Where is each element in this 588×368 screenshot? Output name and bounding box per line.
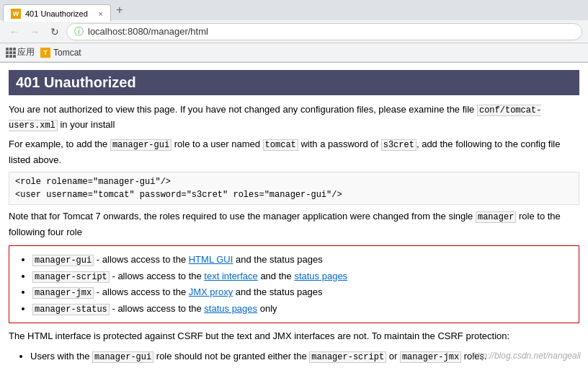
code-line1: <role rolename="manager-gui"/> bbox=[15, 175, 573, 188]
csrf-1-code3: manager-jmx bbox=[400, 351, 461, 363]
role-desc-2: - allows access to the bbox=[112, 271, 204, 281]
para2-role: manager-gui bbox=[110, 139, 172, 151]
watermark: http://blog.csdn.net/nangeali bbox=[473, 351, 581, 361]
tab-bar: W 401 Unauthorized × + bbox=[0, 0, 588, 20]
role-desc-4: - allows access to the bbox=[112, 303, 204, 314]
tomcat-label: Tomcat bbox=[53, 48, 81, 58]
role-name-3: manager-jmx bbox=[32, 287, 94, 299]
csrf-para: The HTML interface is protected against … bbox=[9, 329, 579, 344]
para1: You are not authorized to view this page… bbox=[9, 102, 579, 133]
new-tab-button[interactable]: + bbox=[111, 1, 128, 19]
tomcat-bookmark[interactable]: T Tomcat bbox=[40, 48, 81, 58]
apps-icon bbox=[6, 48, 16, 58]
code-line2: <user username="tomcat" password="s3cret… bbox=[15, 188, 573, 201]
error-header: 401 Unauthorized bbox=[9, 70, 579, 95]
refresh-button[interactable]: ↻ bbox=[46, 23, 63, 40]
roles-list: manager-gui - allows access to the HTML … bbox=[18, 252, 570, 317]
tab-close-button[interactable]: × bbox=[99, 9, 103, 18]
browser-chrome: W 401 Unauthorized × + ← → ↻ ⓘ localhost… bbox=[0, 0, 588, 63]
tab-title: 401 Unauthorized bbox=[25, 9, 94, 18]
apps-label: 应用 bbox=[17, 46, 35, 58]
role-link-4[interactable]: status pages bbox=[204, 303, 257, 314]
role-desc-3: - allows access to the bbox=[97, 286, 189, 297]
csrf-1-mid2: or bbox=[386, 351, 400, 362]
tomcat-favicon: T bbox=[40, 48, 50, 58]
para2-middle2: with a password of bbox=[298, 139, 381, 149]
forward-icon: → bbox=[30, 26, 40, 38]
back-button[interactable]: ← bbox=[6, 23, 23, 40]
address-text: localhost:8080/manager/html bbox=[88, 26, 208, 37]
back-icon: ← bbox=[9, 26, 19, 38]
tab-favicon: W bbox=[11, 9, 21, 19]
csrf-text: The HTML interface is protected against … bbox=[9, 330, 509, 341]
role-name-1: manager-gui bbox=[32, 255, 94, 266]
bookmark-apps[interactable]: 应用 bbox=[6, 46, 35, 58]
para3: Note that for Tomcat 7 onwards, the role… bbox=[9, 209, 579, 240]
code-block: <role rolename="manager-gui"/> <user use… bbox=[9, 172, 579, 205]
csrf-item-2: If the text or jmx interfaces are access… bbox=[30, 364, 579, 368]
role-name-2: manager-script bbox=[32, 271, 110, 283]
role-name-4: manager-status bbox=[32, 304, 110, 315]
roles-box: manager-gui - allows access to the HTML … bbox=[9, 245, 579, 323]
secure-icon: ⓘ bbox=[74, 25, 84, 38]
para3-role: manager bbox=[476, 211, 516, 223]
role-link-1[interactable]: HTML GUI bbox=[189, 254, 233, 265]
role-link-3[interactable]: JMX proxy bbox=[189, 286, 233, 297]
csrf-1-start: Users with the bbox=[30, 351, 92, 362]
role-desc-1: - allows access to the bbox=[97, 254, 189, 265]
page-content: 401 Unauthorized You are not authorized … bbox=[0, 63, 588, 368]
role-desc-3b: and the status pages bbox=[233, 286, 322, 297]
role-item-4: manager-status - allows access to the st… bbox=[32, 301, 570, 317]
role-desc-2b: and the bbox=[258, 271, 295, 281]
role-item-1: manager-gui - allows access to the HTML … bbox=[32, 252, 570, 268]
role-item-3: manager-jmx - allows access to the JMX p… bbox=[32, 284, 570, 300]
csrf-1-code1: manager-gui bbox=[92, 351, 153, 363]
role-item-2: manager-script - allows access to the te… bbox=[32, 268, 570, 284]
role-link-2b[interactable]: status pages bbox=[294, 271, 347, 281]
nav-bar: ← → ↻ ⓘ localhost:8080/manager/html bbox=[0, 20, 588, 43]
bookmarks-bar: 应用 T Tomcat bbox=[0, 43, 588, 62]
para1-end: in your install bbox=[58, 119, 115, 130]
error-title: 401 Unauthorized bbox=[16, 74, 136, 90]
refresh-icon: ↻ bbox=[50, 26, 59, 38]
csrf-1-mid: role should not be granted either the bbox=[153, 351, 309, 362]
role-link-2[interactable]: text interface bbox=[204, 271, 257, 281]
active-tab[interactable]: W 401 Unauthorized × bbox=[3, 4, 111, 22]
forward-button[interactable]: → bbox=[26, 23, 43, 40]
para2-user: tomcat bbox=[263, 139, 298, 151]
para3-start: Note that for Tomcat 7 onwards, the role… bbox=[9, 211, 476, 222]
para1-start: You are not authorized to view this page… bbox=[9, 104, 477, 115]
csrf-1-code2: manager-script bbox=[309, 351, 386, 363]
para2-pass: s3cret bbox=[381, 139, 416, 151]
para2-middle1: role to a user named bbox=[172, 139, 262, 149]
para2: For example, to add the manager-gui role… bbox=[9, 137, 579, 167]
para2-start: For example, to add the bbox=[9, 139, 110, 149]
role-desc-1b: and the status pages bbox=[233, 254, 322, 265]
role-desc-4b: only bbox=[257, 303, 277, 314]
address-bar[interactable]: ⓘ localhost:8080/manager/html bbox=[66, 23, 582, 40]
